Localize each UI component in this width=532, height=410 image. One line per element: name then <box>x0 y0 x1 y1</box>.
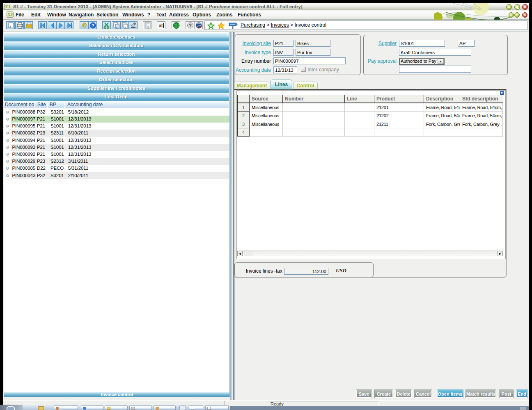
svg-text:?: ? <box>189 23 192 28</box>
svg-text:?: ? <box>92 23 94 28</box>
svg-text:ab: ab <box>159 23 164 28</box>
